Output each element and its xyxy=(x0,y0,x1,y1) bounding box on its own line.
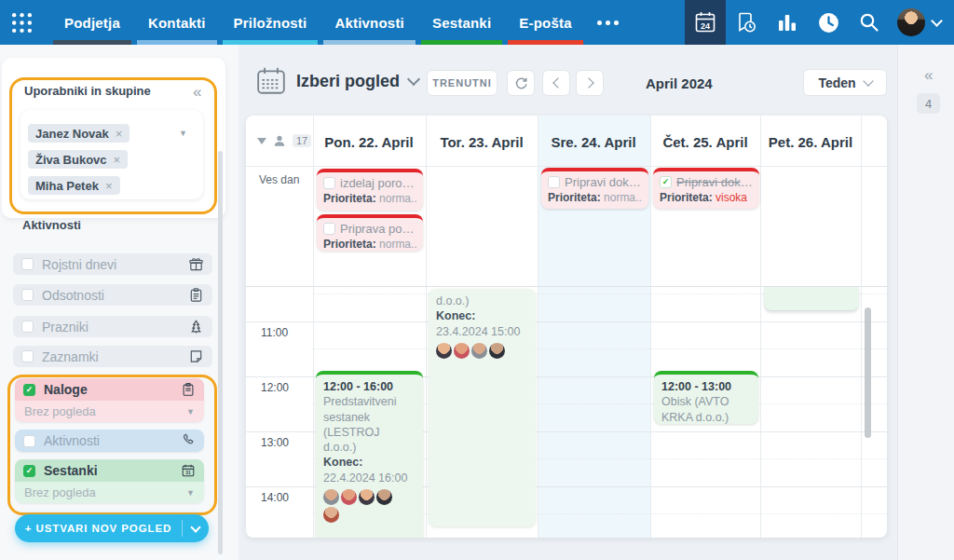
more-tabs-icon[interactable] xyxy=(586,0,630,45)
remove-chip-icon[interactable]: × xyxy=(116,127,123,141)
checkbox-checked[interactable]: ✓ xyxy=(23,465,35,477)
time-label: 14:00 xyxy=(261,491,289,504)
checkbox-unchecked[interactable] xyxy=(21,258,34,270)
tab-eposta[interactable]: E-pošta xyxy=(505,0,585,45)
checkbox-checked[interactable]: ✓ xyxy=(23,384,35,396)
checkbox-unchecked[interactable] xyxy=(23,435,35,447)
multiselect-dropdown-icon[interactable]: ▼ xyxy=(179,129,187,138)
tab-label: Kontakti xyxy=(148,15,206,31)
attendee-avatar[interactable] xyxy=(323,489,339,505)
grid-vline xyxy=(861,116,862,538)
range-select-button[interactable]: Teden xyxy=(803,69,887,96)
attendee-avatar[interactable] xyxy=(436,343,452,359)
view-sestanki[interactable]: ✓ Sestanki 31 xyxy=(15,459,204,482)
task-checkbox[interactable] xyxy=(323,223,335,235)
collapse-sidebar-icon[interactable]: « xyxy=(193,84,201,100)
subview-dropdown-icon[interactable]: ▼ xyxy=(186,488,195,498)
next-button[interactable] xyxy=(576,70,604,96)
task-card[interactable]: Pripravi doku... Prioriteta: norma... xyxy=(541,168,648,209)
task-card-completed[interactable]: ✓ Pripravi doku... Prioriteta: visoka xyxy=(653,168,759,209)
filter-triangle-icon[interactable] xyxy=(257,138,266,144)
time-tracking-clock-icon[interactable] xyxy=(808,0,849,45)
svg-text:31: 31 xyxy=(185,471,191,475)
user-chip[interactable]: Živa Bukovc × xyxy=(28,150,128,169)
attendee-avatar[interactable] xyxy=(471,343,487,359)
sidebar-scrollbar[interactable] xyxy=(218,151,223,554)
checkbox-unchecked[interactable] xyxy=(21,289,34,301)
user-menu-chevron-down-icon[interactable] xyxy=(931,15,943,27)
attendee-avatar[interactable] xyxy=(359,489,375,505)
chevron-right-icon xyxy=(583,77,593,88)
user-chip[interactable]: Miha Petek × xyxy=(28,176,120,195)
refresh-button[interactable] xyxy=(507,70,535,96)
remove-chip-icon[interactable]: × xyxy=(114,153,121,167)
meeting-event-continued[interactable]: d.o.o.) Konec: 23.4.2024 15:00 xyxy=(429,289,536,526)
filter-rojstni-dnevi[interactable]: Rojstni dnevi xyxy=(13,253,212,275)
cta-dropdown-chevron-icon[interactable] xyxy=(182,520,209,537)
reports-bar-chart-icon[interactable] xyxy=(767,0,808,45)
view-sestanki-subview-select[interactable]: Brez pogleda ▼ xyxy=(15,482,204,503)
checkbox-unchecked[interactable] xyxy=(21,350,34,362)
meeting-event[interactable]: 12:00 - 13:00 Obisk (AVTO KRKA d.o.o.) xyxy=(654,371,758,424)
note-card-icon xyxy=(188,348,204,364)
calendar-scrollbar[interactable] xyxy=(865,307,871,438)
user-multiselect[interactable]: Janez Novak × Živa Bukovc × Miha Petek ×… xyxy=(20,110,203,199)
tab-sestanki[interactable]: Sestanki xyxy=(418,0,505,45)
filter-prazniki[interactable]: Prazniki xyxy=(13,316,212,337)
checkbox-unchecked[interactable] xyxy=(21,321,34,333)
event-title: 12:00 - 16:00 Predstavitveni sestanek (L… xyxy=(323,379,416,455)
tab-podjetja[interactable]: Podjetja xyxy=(50,0,134,45)
view-aktivnosti[interactable]: Aktivnosti xyxy=(15,430,204,452)
calendar-module-icon[interactable]: 24 xyxy=(685,0,726,45)
meeting-event-cutoff[interactable] xyxy=(764,287,859,311)
today-button[interactable]: TRENUTNI xyxy=(427,70,497,96)
task-title: Pripravi doku... xyxy=(676,175,753,189)
range-chevron-down-icon xyxy=(863,75,873,86)
filtered-users-count-badge[interactable]: 17 xyxy=(293,134,311,147)
user-chip-label: Miha Petek xyxy=(35,179,99,193)
task-card[interactable]: Priprava ponu... Prioriteta: norma... xyxy=(317,214,423,251)
attendee-avatar[interactable] xyxy=(489,343,505,359)
prev-button[interactable] xyxy=(542,70,570,96)
subview-dropdown-icon[interactable]: ▼ xyxy=(186,407,195,417)
task-title: izdelaj poročilo xyxy=(340,176,416,190)
meeting-event[interactable]: 12:00 - 16:00 Predstavitveni sestanek (L… xyxy=(316,371,423,538)
user-avatar[interactable] xyxy=(897,8,925,36)
attendee-avatar[interactable] xyxy=(341,489,357,505)
grid-vline xyxy=(650,116,651,538)
user-chip[interactable]: Janez Novak × xyxy=(28,124,129,143)
collapse-rail-icon[interactable]: « xyxy=(924,67,933,83)
create-new-view-button[interactable]: + USTVARI NOV POGLED xyxy=(15,514,209,542)
tab-priloznosti[interactable]: Priložnosti xyxy=(220,0,321,45)
week-number-badge[interactable]: 4 xyxy=(917,93,940,114)
search-icon[interactable] xyxy=(849,0,890,45)
filter-zaznamki[interactable]: Zaznamki xyxy=(13,346,212,367)
task-checkbox[interactable] xyxy=(548,176,560,188)
view-picker[interactable]: Izberi pogled xyxy=(255,65,418,97)
remove-chip-icon[interactable]: × xyxy=(105,179,113,193)
holiday-tree-icon xyxy=(188,319,204,335)
attendee-avatar[interactable] xyxy=(376,489,392,505)
task-priority: Prioriteta: norma... xyxy=(548,191,642,204)
activity-log-icon[interactable] xyxy=(726,0,767,45)
nav-tabs: Podjetja Kontakti Priložnosti Aktivnosti… xyxy=(50,0,586,45)
view-naloge-subview-select[interactable]: Brez pogleda ▼ xyxy=(15,401,204,422)
grid-vline xyxy=(538,116,538,538)
view-naloge[interactable]: ✓ Naloge xyxy=(15,378,204,401)
header-divider xyxy=(246,166,887,167)
person-icon[interactable] xyxy=(273,134,286,147)
app-launcher-grid-icon[interactable] xyxy=(0,0,43,45)
day-header-mon: Pon. 22. April xyxy=(324,134,413,150)
task-checkbox-checked[interactable]: ✓ xyxy=(660,176,672,188)
attendee-avatar[interactable] xyxy=(323,507,339,523)
attendee-avatar[interactable] xyxy=(454,343,470,359)
task-card[interactable]: izdelaj poročilo Prioriteta: norma... xyxy=(317,169,423,211)
event-title: 12:00 - 13:00 Obisk (AVTO KRKA d.o.o.) xyxy=(661,379,751,425)
filter-label: Rojstni dnevi xyxy=(42,257,180,272)
filter-odsotnosti[interactable]: Odsotnosti xyxy=(13,284,212,306)
view-label: Sestanki xyxy=(44,463,172,478)
tab-kontakti[interactable]: Kontakti xyxy=(134,0,220,45)
tasks-clipboard-icon xyxy=(181,382,196,397)
tab-aktivnosti[interactable]: Aktivnosti xyxy=(320,0,418,45)
task-checkbox[interactable] xyxy=(323,177,335,189)
